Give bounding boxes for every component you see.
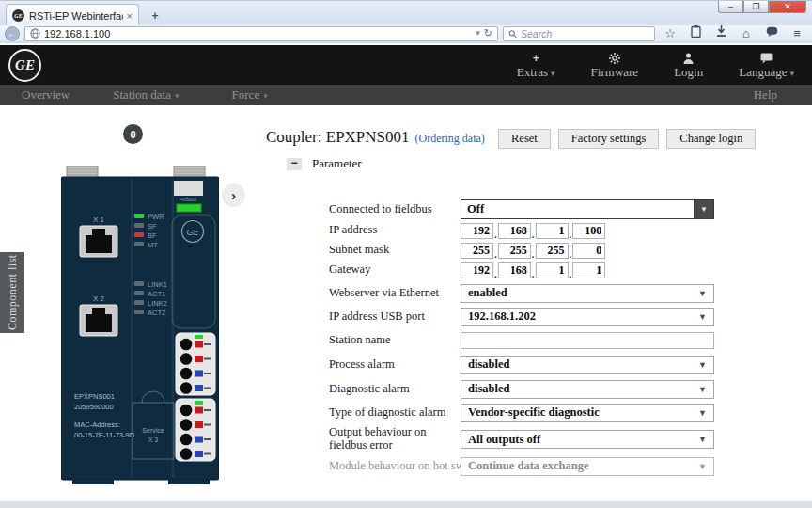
device-model: EPXPNS001 (74, 392, 115, 401)
svg-text:SF: SF (148, 222, 157, 230)
ip-octet-2[interactable] (498, 223, 531, 239)
bottom-strip (0, 501, 812, 508)
user-icon (674, 52, 703, 64)
feedback-bubble-icon[interactable] (761, 25, 782, 41)
menu-language[interactable]: Language▾ (721, 50, 812, 80)
search-input[interactable] (521, 28, 649, 40)
field-label: Subnet mask (329, 244, 461, 257)
change-login-button[interactable]: Change login (666, 129, 756, 149)
url-dropdown-icon[interactable]: ▾ (476, 29, 480, 38)
browser-tab[interactable]: GE RSTi-EP Webinterface × (6, 4, 139, 26)
gateway-octet-4[interactable] (572, 262, 605, 278)
tab-close-icon[interactable]: × (127, 10, 133, 22)
nav-station-data-label: Station data (113, 87, 171, 102)
ip-usb-select[interactable]: 192.168.1.202 ▼ (461, 308, 714, 326)
home-icon[interactable]: ⌂ (736, 25, 757, 41)
menu-language-label: Language (739, 65, 787, 79)
ip-octet-3[interactable] (536, 223, 569, 239)
dropdown-arrow-icon: ▼ (698, 360, 707, 370)
ethernet-port-2 (80, 305, 117, 336)
ip-octet-1[interactable] (461, 223, 493, 239)
downloads-icon[interactable] (710, 25, 731, 41)
gateway-inputs: ... (461, 262, 605, 278)
chevron-down-icon: ▾ (789, 69, 794, 78)
diagnostic-type-select[interactable]: Vendor-specific diagnostic ▼ (461, 404, 714, 422)
component-list-tab[interactable]: Component list (0, 252, 24, 333)
svg-text:LINK2: LINK2 (148, 299, 167, 308)
process-alarm-select[interactable]: disabled ▼ (461, 356, 714, 374)
svg-text:Service: Service (142, 427, 164, 434)
field-label: Process alarm (329, 358, 461, 372)
nav-overview[interactable]: Overview (22, 87, 70, 103)
plus-icon: + (517, 52, 555, 64)
back-button[interactable]: ← (5, 26, 20, 41)
gateway-octet-1[interactable] (461, 262, 493, 278)
webserver-select[interactable]: enabled ▼ (461, 284, 714, 303)
nav-force[interactable]: Force▾ (232, 87, 268, 103)
svg-text:X 3: X 3 (148, 437, 159, 443)
main-panel: Coupler: EPXPNS001 (Ordering data) Reset… (266, 128, 773, 148)
terminal-block-2 (176, 399, 215, 461)
menu-firmware[interactable]: Firmware (573, 50, 657, 80)
menu-extras[interactable]: + Extras▾ (499, 50, 573, 80)
form-row-gateway: Gateway ... (329, 262, 733, 278)
window-close-button[interactable]: ✕ (769, 1, 806, 13)
bookmark-star-icon[interactable]: ☆ (660, 25, 680, 41)
station-name-input[interactable] (461, 332, 714, 349)
url-input[interactable] (44, 28, 472, 40)
ge-logo: GE (8, 49, 41, 82)
field-label: IP address (329, 224, 461, 237)
header-menu: + Extras▾ Firmware Login Language▾ (499, 50, 812, 80)
menu-login-label: Login (674, 65, 703, 79)
select-value: Continue data exchange (468, 459, 698, 473)
connected-to-fieldbus-select[interactable]: Off ▼ (461, 199, 714, 219)
menu-login[interactable]: Login (656, 50, 721, 80)
form-row-diagnostic-type: Type of diagnostic alarm Vendor-specific… (329, 403, 733, 422)
select-value: disabled (468, 382, 698, 396)
factory-settings-button[interactable]: Factory settings (558, 129, 660, 149)
form-row-station-name: Station name (329, 331, 733, 349)
output-behaviour-select[interactable]: All outputs off ▼ (461, 430, 714, 449)
reading-list-icon[interactable] (685, 25, 706, 41)
svg-text:GE: GE (186, 228, 199, 237)
field-label: Type of diagnostic alarm (329, 406, 461, 420)
form-row-subnet-mask: Subnet mask ... (329, 242, 733, 259)
expand-chevron-button[interactable]: › (222, 183, 245, 207)
menu-hamburger-icon[interactable]: ≡ (787, 25, 807, 41)
reset-button[interactable]: Reset (498, 129, 551, 149)
ip-octet-4[interactable] (572, 223, 605, 239)
diagnostic-alarm-select[interactable]: disabled ▼ (461, 380, 714, 399)
mounting-clips (67, 166, 205, 178)
ordering-data-link[interactable]: (Ordering data) (415, 132, 485, 146)
field-label: Connected to fieldbus (329, 203, 461, 216)
url-bar[interactable]: ▾ ↻ (24, 26, 498, 41)
subnet-octet-2[interactable] (498, 243, 531, 259)
device-top-label: PNS001 (180, 197, 197, 202)
ethernet-port-1 (80, 226, 117, 257)
device-label-plate (174, 181, 203, 196)
search-box[interactable] (503, 26, 655, 41)
nav-force-label: Force (232, 87, 260, 102)
window-minimize-button[interactable]: – (718, 1, 743, 13)
reload-icon[interactable]: ↻ (484, 28, 492, 39)
device-serial: 2059590000 (74, 403, 114, 411)
nav-station-data[interactable]: Station data▾ (113, 87, 179, 103)
select-value: disabled (468, 357, 698, 372)
hotswap-select: Continue data exchange ▼ (461, 457, 714, 476)
action-buttons: Reset Factory settings Change login (498, 129, 756, 149)
subnet-octet-4[interactable] (572, 243, 605, 259)
subnet-octet-1[interactable] (461, 243, 493, 259)
form-row-output-behaviour: Output behaviour on fieldbus error All o… (329, 425, 733, 453)
subnet-octet-3[interactable] (536, 243, 569, 259)
gateway-octet-3[interactable] (536, 262, 569, 278)
gateway-octet-2[interactable] (498, 262, 531, 278)
nav-help[interactable]: Help (754, 87, 777, 103)
chevron-down-icon: ▾ (551, 69, 555, 78)
collapse-icon[interactable]: − (287, 158, 302, 170)
new-tab-button[interactable]: + (145, 8, 165, 24)
menu-extras-label: Extras (517, 65, 548, 79)
window-restore-button[interactable]: ❐ (743, 1, 769, 13)
form-row-ip-usb: IP address USB port 192.168.1.202 ▼ (329, 307, 733, 326)
select-value: All outputs off (468, 433, 698, 447)
window-controls: – ❐ ✕ (718, 1, 806, 13)
